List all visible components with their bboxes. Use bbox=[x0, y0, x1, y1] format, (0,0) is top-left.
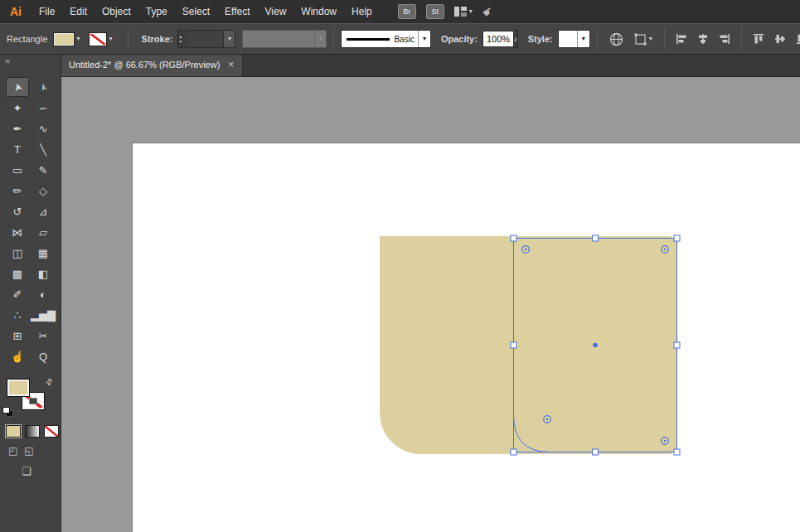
fill-color-swatch[interactable] bbox=[53, 32, 75, 46]
draw-normal-icon[interactable]: ◰ bbox=[8, 445, 17, 457]
symbol-sprayer-tool[interactable]: ∴ bbox=[6, 305, 29, 325]
blend-tool[interactable]: ◐ bbox=[32, 284, 55, 304]
align-center-button[interactable] bbox=[696, 32, 710, 46]
transform-icon bbox=[633, 32, 647, 46]
align-bottom-button[interactable] bbox=[795, 32, 800, 46]
eyedropper-tool[interactable]: ✐ bbox=[6, 284, 29, 304]
stroke-color-dropdown[interactable]: ▾ bbox=[89, 32, 113, 46]
fill-stroke-indicator: ⇄ bbox=[0, 379, 61, 417]
graphic-style-combo[interactable]: ▾ bbox=[558, 30, 590, 48]
stroke-weight-combo[interactable]: ▾ bbox=[185, 30, 235, 48]
lasso-icon: ∽ bbox=[39, 103, 48, 114]
width-tool[interactable]: ⋈ bbox=[6, 222, 29, 242]
default-fill-stroke-icon[interactable] bbox=[2, 407, 12, 415]
column-graph-icon: ▂▅▇ bbox=[31, 310, 56, 321]
chevron-down-icon: ▾ bbox=[649, 36, 652, 42]
pencil-tool[interactable]: ✏ bbox=[6, 181, 29, 201]
bridge-button[interactable]: Br bbox=[398, 4, 416, 19]
hand-icon: ☝ bbox=[11, 351, 24, 362]
close-icon[interactable]: × bbox=[228, 60, 234, 70]
menu-window[interactable]: Window bbox=[293, 0, 344, 23]
brush-definition-combo[interactable]: Basic ▾ bbox=[341, 30, 430, 48]
none-button[interactable] bbox=[44, 425, 59, 438]
opacity-input[interactable]: 100% bbox=[482, 31, 514, 47]
horizontal-align-group bbox=[675, 32, 731, 46]
workspace-icon bbox=[454, 7, 467, 17]
menu-help[interactable]: Help bbox=[344, 0, 380, 23]
color-button[interactable] bbox=[6, 425, 21, 438]
graphic-style-value bbox=[559, 31, 577, 47]
rectangle-tool[interactable]: ▭ bbox=[6, 160, 29, 180]
scale-tool[interactable]: ⊿ bbox=[32, 201, 55, 221]
line-segment-tool[interactable]: ╲ bbox=[32, 139, 55, 159]
recolor-artwork-button[interactable] bbox=[609, 32, 623, 46]
menu-effect[interactable]: Effect bbox=[217, 0, 257, 23]
stepper-up-icon[interactable]: ▲ bbox=[178, 35, 182, 39]
gradient-button[interactable] bbox=[25, 425, 40, 438]
swap-fill-stroke-icon[interactable]: ⇄ bbox=[43, 376, 55, 388]
selection-tool[interactable]: ➤ bbox=[6, 77, 29, 97]
shape-builder-tool[interactable]: ◫ bbox=[6, 243, 29, 263]
chevron-down-icon: ▾ bbox=[582, 36, 585, 42]
align-middle-button[interactable] bbox=[773, 32, 787, 46]
gradient-tool[interactable]: ◧ bbox=[32, 264, 55, 283]
separator bbox=[741, 28, 742, 50]
column-graph-tool[interactable]: ▂▅▇ bbox=[32, 305, 55, 325]
menu-type[interactable]: Type bbox=[138, 0, 175, 23]
menu-select[interactable]: Select bbox=[175, 0, 217, 23]
document-tab[interactable]: Untitled-2* @ 66.67% (RGB/Preview) × bbox=[61, 53, 243, 76]
stock-button[interactable]: St bbox=[426, 4, 444, 19]
magic-wand-tool[interactable]: ✦ bbox=[6, 98, 29, 118]
panel-collapse-button[interactable]: « bbox=[0, 53, 61, 72]
eraser-icon: ◇ bbox=[39, 186, 47, 196]
perspective-grid-tool[interactable]: ▦ bbox=[32, 243, 55, 263]
blend-icon: ◐ bbox=[40, 289, 46, 300]
eraser-tool[interactable]: ◇ bbox=[32, 181, 55, 201]
tools-panel: « ➤➣✦∽✒∿T╲▭✎✏◇↺⊿⋈▱◫▦▩◧✐◐∴▂▅▇⊞✂☝Q ⇄ ◰ ◱ ❏ bbox=[0, 53, 61, 532]
stepper-down-icon[interactable]: ▼ bbox=[178, 40, 182, 44]
paintbrush-icon: ✎ bbox=[39, 165, 48, 176]
draw-behind-icon[interactable]: ◱ bbox=[24, 445, 33, 457]
screen-mode-icon[interactable]: ❏ bbox=[22, 465, 32, 477]
rotate-tool[interactable]: ↺ bbox=[6, 201, 29, 221]
stroke-weight-stepper[interactable]: ▲ ▼ bbox=[177, 30, 183, 48]
zoom-tool[interactable]: Q bbox=[32, 346, 55, 366]
free-transform-tool[interactable]: ▱ bbox=[32, 222, 55, 242]
direct-selection-icon: ➣ bbox=[36, 81, 49, 93]
pen-tool[interactable]: ✒ bbox=[6, 118, 29, 138]
menu-object[interactable]: Object bbox=[95, 0, 138, 23]
document-tab-label: Untitled-2* @ 66.67% (RGB/Preview) bbox=[69, 60, 220, 70]
menu-file[interactable]: File bbox=[32, 0, 62, 23]
fill-swatch[interactable] bbox=[7, 379, 30, 397]
artboard-tool[interactable]: ⊞ bbox=[6, 326, 29, 346]
canvas[interactable] bbox=[61, 76, 800, 532]
curvature-tool[interactable]: ∿ bbox=[32, 118, 55, 138]
type-tool[interactable]: T bbox=[6, 139, 29, 159]
fill-color-dropdown[interactable]: ▾ bbox=[53, 32, 80, 46]
chevron-down-icon: ▾ bbox=[469, 8, 473, 15]
chevron-down-icon: ▾ bbox=[228, 36, 231, 42]
mesh-tool[interactable]: ▩ bbox=[6, 264, 29, 283]
menu-edit[interactable]: Edit bbox=[62, 0, 95, 23]
menu-view[interactable]: View bbox=[258, 0, 294, 23]
stroke-weight-value[interactable] bbox=[186, 31, 223, 47]
hand-icon[interactable]: ☛ bbox=[479, 3, 495, 20]
slice-tool[interactable]: ✂ bbox=[32, 326, 55, 346]
workspace-switcher[interactable]: ▾ bbox=[454, 7, 473, 17]
curvature-icon: ∿ bbox=[39, 123, 48, 134]
paintbrush-tool[interactable]: ✎ bbox=[32, 160, 55, 180]
chevron-down-icon: ▾ bbox=[423, 36, 426, 42]
rounded-rectangle-shape[interactable] bbox=[380, 236, 672, 454]
menubar: Ai File Edit Object Type Select Effect V… bbox=[0, 0, 800, 23]
shape-builder-icon: ◫ bbox=[12, 248, 22, 259]
align-right-button[interactable] bbox=[718, 32, 731, 46]
direct-selection-tool[interactable]: ➣ bbox=[32, 77, 55, 97]
stroke-none-swatch[interactable] bbox=[89, 32, 107, 46]
hand-tool[interactable]: ☝ bbox=[6, 346, 29, 366]
lasso-tool[interactable]: ∽ bbox=[32, 98, 55, 118]
free-transform-icon: ▱ bbox=[39, 227, 47, 238]
opacity-options-button[interactable]: › bbox=[514, 30, 518, 48]
transform-options-button[interactable]: ▾ bbox=[633, 32, 652, 46]
align-left-button[interactable] bbox=[675, 32, 688, 46]
align-top-button[interactable] bbox=[752, 32, 765, 46]
